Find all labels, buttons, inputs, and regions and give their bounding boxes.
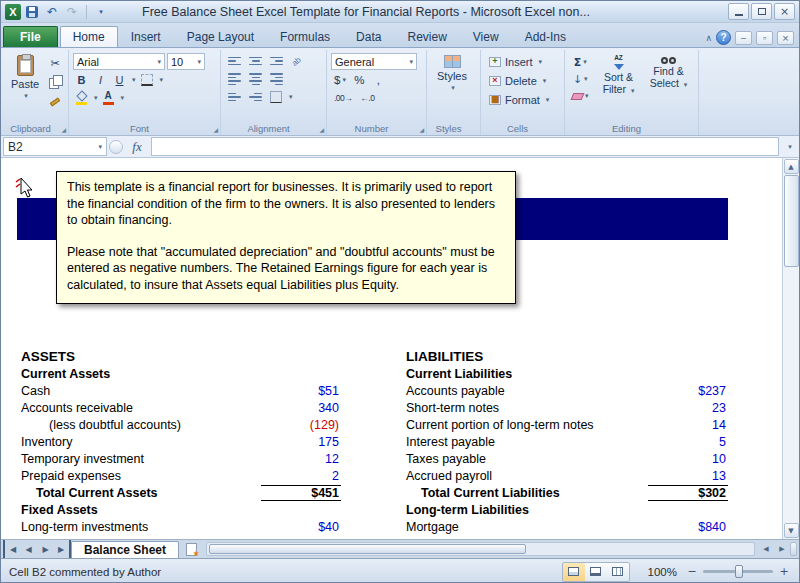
balance-row[interactable]: Current Liabilities — [406, 365, 728, 382]
scroll-right-icon[interactable]: ▶ — [774, 540, 790, 558]
undo-button[interactable]: ↶ — [43, 3, 61, 21]
normal-view-button[interactable] — [563, 563, 585, 581]
balance-row[interactable]: Cash$51 — [21, 382, 341, 399]
cell-value[interactable]: 12 — [261, 452, 341, 466]
balance-row[interactable]: Total Current Liabilities$302 — [406, 484, 728, 501]
balance-row[interactable]: Current Assets — [21, 365, 341, 382]
align-right-button[interactable] — [267, 71, 286, 87]
decrease-decimal-button[interactable]: ←.0 — [357, 90, 377, 106]
cell-label[interactable]: Cash — [21, 384, 261, 398]
cell-label[interactable]: Total Current Assets — [21, 486, 261, 500]
workbook-restore-button[interactable]: ▫ — [756, 31, 773, 45]
sort-filter-button[interactable]: AZ Sort & Filter ▾ — [596, 54, 642, 104]
cell-value[interactable]: $237 — [648, 384, 728, 398]
worksheet[interactable]: This template is a financial report for … — [1, 158, 799, 539]
cell-value[interactable]: 175 — [261, 435, 341, 449]
save-button[interactable] — [23, 3, 41, 21]
cell-value[interactable]: $451 — [261, 485, 341, 501]
format-cells-button[interactable]: ▦ Format ▾ — [485, 90, 553, 109]
maximize-button[interactable] — [751, 3, 772, 20]
balance-row[interactable]: Fixed Assets — [21, 501, 341, 518]
cell-label[interactable]: Long-term investments — [21, 520, 261, 534]
minimize-button[interactable] — [728, 3, 749, 20]
orientation-button[interactable]: ab — [288, 53, 305, 69]
align-center-button[interactable] — [246, 71, 265, 87]
styles-button[interactable]: Styles ▾ — [431, 52, 473, 92]
bold-button[interactable]: B — [73, 72, 90, 88]
cell-value[interactable]: $302 — [648, 485, 728, 501]
cell-label[interactable]: Accounts receivable — [21, 401, 261, 415]
balance-row[interactable]: Mortgage$840 — [406, 518, 728, 535]
cell-label[interactable]: Total Current Liabilities — [406, 486, 648, 500]
align-middle-button[interactable] — [246, 53, 265, 69]
balance-row[interactable]: Inventory175 — [21, 433, 341, 450]
minimize-ribbon-icon[interactable]: ∧ — [705, 33, 712, 43]
customize-qat-button[interactable]: ▾ — [92, 3, 110, 21]
cell-label[interactable]: Accrued payroll — [406, 469, 648, 483]
cell-label[interactable]: Short-term notes — [406, 401, 648, 415]
decrease-indent-button[interactable] — [225, 89, 244, 105]
cell-value[interactable]: 23 — [648, 401, 728, 415]
borders-button[interactable] — [138, 72, 156, 88]
cell-label[interactable]: Inventory — [21, 435, 261, 449]
balance-row[interactable]: Long-term investments$40 — [21, 518, 341, 535]
font-name-select[interactable]: Arial▾ — [73, 53, 165, 70]
comma-format-button[interactable]: , — [370, 72, 387, 88]
cell-label[interactable]: Current Assets — [21, 367, 261, 381]
balance-row[interactable]: ASSETS — [21, 348, 341, 365]
font-size-select[interactable]: 10▾ — [167, 53, 205, 70]
fill-color-button[interactable] — [73, 90, 90, 106]
increase-indent-button[interactable] — [246, 89, 265, 105]
percent-format-button[interactable]: % — [351, 72, 368, 88]
redo-button[interactable]: ↷ — [63, 3, 81, 21]
clear-button[interactable]: ▾ — [569, 88, 592, 104]
align-top-button[interactable] — [225, 53, 244, 69]
tab-review[interactable]: Review — [394, 26, 459, 47]
close-button[interactable]: × — [774, 3, 795, 20]
tab-formulas[interactable]: Formulas — [267, 26, 343, 47]
cell-value[interactable]: 340 — [261, 401, 341, 415]
formula-input[interactable] — [151, 137, 779, 156]
next-sheet-icon[interactable]: ▶ — [37, 540, 54, 558]
delete-cells-button[interactable]: × Delete ▾ — [485, 71, 550, 90]
number-format-select[interactable]: General▾ — [331, 53, 417, 70]
scroll-down-icon[interactable]: ▼ — [784, 523, 799, 538]
tab-split-handle[interactable] — [790, 542, 797, 556]
insert-cells-button[interactable]: + Insert ▾ — [485, 52, 546, 71]
tab-page-layout[interactable]: Page Layout — [174, 26, 267, 47]
scroll-up-icon[interactable]: ▲ — [784, 159, 799, 174]
font-dialog-launcher-icon[interactable]: ◢ — [213, 126, 218, 133]
tab-insert[interactable]: Insert — [118, 26, 174, 47]
tab-home[interactable]: Home — [60, 26, 118, 47]
insert-worksheet-button[interactable]: ★ — [179, 540, 203, 558]
cut-button[interactable]: ✂ — [46, 55, 64, 71]
sheet-tab-balance-sheet[interactable]: Balance Sheet — [71, 541, 179, 558]
vertical-scrollbar-thumb[interactable] — [784, 175, 799, 267]
tab-view[interactable]: View — [460, 26, 512, 47]
expand-formula-bar-icon[interactable]: ▾ — [783, 137, 797, 156]
cell-label[interactable]: LIABILITIES — [406, 349, 648, 364]
zoom-level[interactable]: 100% — [648, 566, 677, 578]
previous-sheet-icon[interactable]: ◀ — [20, 540, 37, 558]
balance-row[interactable]: Interest payable5 — [406, 433, 728, 450]
cell-label[interactable]: Mortgage — [406, 520, 648, 534]
vertical-scrollbar[interactable]: ▲ ▼ — [782, 158, 799, 539]
cell-value[interactable]: 5 — [648, 435, 728, 449]
find-select-button[interactable]: Find & Select ▾ — [646, 54, 692, 104]
zoom-in-button[interactable]: + — [777, 565, 791, 579]
balance-row[interactable]: Long-term Liabilities — [406, 501, 728, 518]
workbook-close-button[interactable]: × — [777, 31, 794, 45]
cell-label[interactable]: Prepaid expenses — [21, 469, 261, 483]
cell-value[interactable]: $40 — [261, 520, 341, 534]
name-box[interactable]: B2▾ — [3, 137, 107, 156]
balance-row[interactable]: Accounts receivable340 — [21, 399, 341, 416]
insert-function-button[interactable]: fx — [125, 137, 149, 156]
balance-row[interactable]: (less doubtful accounts)(129) — [21, 416, 341, 433]
alignment-dialog-launcher-icon[interactable]: ◢ — [319, 126, 324, 133]
tab-file[interactable]: File — [3, 26, 58, 47]
help-icon[interactable]: ? — [716, 30, 731, 45]
cell-label[interactable]: Temporary investment — [21, 452, 261, 466]
font-color-button[interactable]: A — [100, 90, 117, 106]
scroll-left-icon[interactable]: ◀ — [758, 540, 774, 558]
balance-row[interactable]: Accounts payable$237 — [406, 382, 728, 399]
